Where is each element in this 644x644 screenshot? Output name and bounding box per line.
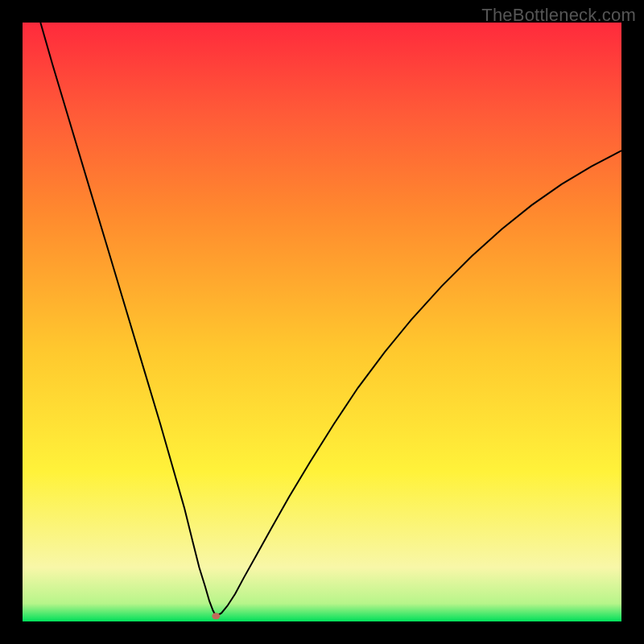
curve-layer: [23, 23, 621, 621]
bottleneck-curve: [40, 23, 621, 616]
chart-stage: TheBottleneck.com: [0, 0, 644, 644]
plot-area: [23, 23, 621, 621]
min-marker: [212, 613, 220, 619]
plot-frame: [23, 23, 621, 621]
